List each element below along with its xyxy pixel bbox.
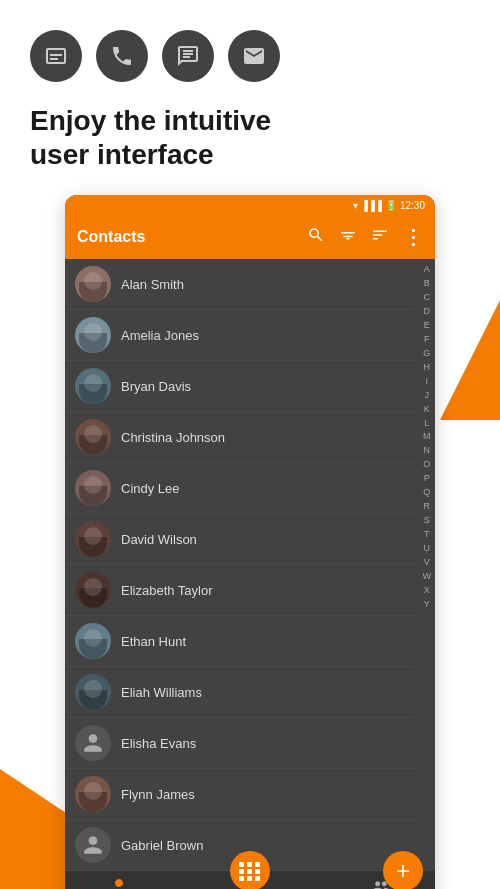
time-display: 12:30: [400, 200, 425, 211]
contact-item[interactable]: David Wilson: [65, 514, 415, 565]
contact-item[interactable]: Ethan Hunt: [65, 616, 415, 667]
message-icon-btn[interactable]: [162, 30, 214, 82]
avatar: [75, 623, 111, 659]
signal-icon: ▐▐▐: [361, 200, 382, 211]
contact-name: Eliah Williams: [121, 685, 202, 700]
top-icon-row: [30, 30, 470, 82]
main-heading: Enjoy the intuitive user interface: [30, 104, 470, 171]
more-icon[interactable]: ⋮: [403, 225, 423, 249]
contact-item[interactable]: Flynn James: [65, 769, 415, 820]
contact-name: Alan Smith: [121, 277, 184, 292]
contact-item[interactable]: Eliah Williams: [65, 667, 415, 718]
avatar: [75, 317, 111, 353]
battery-icon: 🔋: [385, 200, 397, 211]
contact-list: Alan Smith Amelia Jones Bryan Davis Chri…: [65, 259, 435, 871]
add-contact-button[interactable]: +: [383, 851, 423, 889]
avatar: [75, 470, 111, 506]
contact-name: Flynn James: [121, 787, 195, 802]
email-icon-btn[interactable]: [228, 30, 280, 82]
contact-list-container: Alan Smith Amelia Jones Bryan Davis Chri…: [65, 259, 435, 871]
contact-item[interactable]: Cindy Lee: [65, 463, 415, 514]
status-bar: ▾ ▐▐▐ 🔋 12:30: [65, 195, 435, 215]
avatar: [75, 776, 111, 812]
alphabet-sidebar[interactable]: A B C D E F G H I J K L M N O P Q R S T: [423, 259, 432, 611]
avatar: [75, 725, 111, 761]
avatar: [75, 521, 111, 557]
contact-item[interactable]: Christina Johnson: [65, 412, 415, 463]
grid-fab-button[interactable]: [230, 851, 270, 889]
filter1-icon[interactable]: [339, 226, 357, 248]
contact-name: Elisha Evans: [121, 736, 196, 751]
avatar: [75, 674, 111, 710]
nav-tab-contacts[interactable]: Contacts: [79, 877, 159, 889]
contact-name: David Wilson: [121, 532, 197, 547]
filter2-icon[interactable]: [371, 226, 389, 248]
contact-name: Gabriel Brown: [121, 838, 203, 853]
avatar: [75, 419, 111, 455]
contact-item[interactable]: Bryan Davis: [65, 361, 415, 412]
app-bottom-bar: + Contacts Favorites Groups: [65, 871, 435, 889]
app-header: Contacts ⋮: [65, 215, 435, 259]
contact-item[interactable]: Amelia Jones: [65, 310, 415, 361]
contact-name: Cindy Lee: [121, 481, 180, 496]
contact-item[interactable]: Alan Smith: [65, 259, 415, 310]
contacts-icon-btn[interactable]: [30, 30, 82, 82]
contact-name: Ethan Hunt: [121, 634, 186, 649]
contact-name: Christina Johnson: [121, 430, 225, 445]
avatar: [75, 827, 111, 863]
contact-item[interactable]: Elisha Evans: [65, 718, 415, 769]
contact-name: Elizabeth Taylor: [121, 583, 213, 598]
avatar: [75, 572, 111, 608]
contact-name: Amelia Jones: [121, 328, 199, 343]
phone-icon-btn[interactable]: [96, 30, 148, 82]
phone-mockup: ▾ ▐▐▐ 🔋 12:30 Contacts: [65, 195, 435, 889]
search-icon[interactable]: [307, 226, 325, 248]
avatar: [75, 266, 111, 302]
contact-item[interactable]: Elizabeth Taylor: [65, 565, 415, 616]
app-title: Contacts: [77, 228, 145, 246]
wifi-icon: ▾: [353, 200, 358, 211]
avatar: [75, 368, 111, 404]
contact-name: Bryan Davis: [121, 379, 191, 394]
